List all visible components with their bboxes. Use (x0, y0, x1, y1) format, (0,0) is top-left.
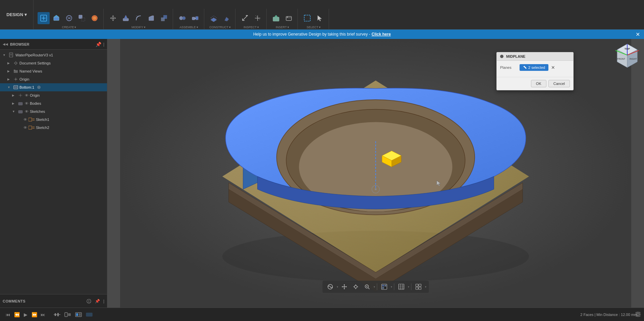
tree-item-sketches[interactable]: ▼ 👁 Sketches (0, 107, 107, 116)
chamfer-btn[interactable] (145, 12, 157, 24)
planes-clear-button[interactable]: ✕ (551, 65, 555, 70)
planes-selected-button[interactable]: 2 selected (520, 64, 548, 71)
browser-tree: ▼ WaterPipeRouterV3 v1 ▶ Document Settin… (0, 50, 107, 294)
browser-close-icon[interactable]: | (103, 42, 104, 47)
svg-marker-14 (110, 17, 112, 19)
offset-plane-btn[interactable] (208, 12, 220, 24)
zoom-arrow[interactable]: ▾ (374, 285, 375, 288)
play-btn[interactable]: ▶ (21, 311, 30, 319)
timeline-icon2[interactable] (63, 311, 72, 318)
insert-icons (270, 12, 295, 24)
move-btn[interactable] (107, 12, 119, 24)
next-frame-btn[interactable]: ⏩ (30, 311, 38, 319)
design-button[interactable]: DESIGN ▾ (0, 0, 34, 29)
display-arrow[interactable]: ▾ (391, 285, 392, 288)
comments-pin-icon[interactable]: 📌 (95, 299, 100, 304)
zoom-btn[interactable] (362, 282, 372, 291)
grid-arrow[interactable]: ▾ (408, 285, 409, 288)
construct-label[interactable]: CONSTRUCT ▾ (209, 26, 231, 29)
measure-btn[interactable] (239, 12, 251, 24)
ui-arrow[interactable]: ▾ (425, 285, 426, 288)
assemble-icons (176, 12, 201, 24)
tree-item-origin2[interactable]: ▶ 👁 Origin (0, 91, 107, 99)
eye-icon-bodies[interactable]: 👁 (25, 101, 29, 105)
tree-item-doc-settings[interactable]: ▶ Document Settings (0, 59, 107, 67)
tree-chevron-origin2: ▶ (12, 94, 17, 97)
timeline-icon3[interactable] (74, 311, 83, 318)
svg-rect-111 (382, 285, 384, 286)
tree-item-named-views[interactable]: ▶ Named Views (0, 67, 107, 75)
svg-marker-31 (225, 17, 229, 21)
new-component-btn[interactable] (38, 12, 50, 24)
midplane-cancel-button[interactable]: Cancel (548, 80, 570, 87)
first-frame-btn[interactable]: ⏮ (4, 311, 12, 319)
planes-field-label: Planes (500, 65, 517, 70)
timeline-icon1[interactable] (52, 311, 62, 318)
svg-marker-15 (114, 17, 116, 19)
orientation-cube[interactable]: TOP RIGHT FRONT (614, 42, 641, 69)
tree-item-sketch1[interactable]: 👁 Sketch1 (0, 116, 107, 124)
joint-btn[interactable] (176, 12, 189, 24)
modify-group: MODIFY ▾ (104, 9, 173, 30)
pan-btn[interactable] (339, 282, 350, 291)
eye-icon-sketches[interactable]: 👁 (25, 109, 29, 113)
press-pull-btn[interactable] (120, 12, 132, 24)
look-at-btn[interactable] (351, 282, 361, 291)
tree-chevron-bottom1: ▼ (7, 86, 12, 89)
svg-rect-17 (123, 18, 128, 21)
orbit-arrow[interactable]: ▾ (337, 285, 338, 288)
display-mode-btn[interactable] (379, 282, 389, 291)
insert-derive-btn[interactable] (270, 12, 282, 24)
browser-collapse-chevron[interactable]: ◀◀ (3, 42, 8, 46)
eye-icon-sketch2[interactable]: 👁 (23, 126, 27, 130)
survey-link[interactable]: Click here (372, 32, 391, 37)
tree-item-bottom1[interactable]: ▼ Bottom:1 (0, 83, 107, 91)
modify-label[interactable]: MODIFY ▾ (131, 26, 146, 29)
tree-item-sketch2[interactable]: 👁 Sketch2 (0, 124, 107, 132)
tree-chevron-origin: ▶ (7, 78, 12, 81)
timeline-icon4[interactable] (85, 311, 94, 318)
svg-marker-97 (344, 284, 345, 285)
midplane-ok-button[interactable]: OK (531, 80, 546, 87)
ui-options-btn[interactable] (414, 282, 424, 291)
select-btn[interactable] (301, 12, 313, 24)
loft-btn[interactable] (89, 12, 101, 24)
as-built-joint-btn[interactable] (189, 12, 201, 24)
grid-btn[interactable] (396, 282, 407, 291)
prev-frame-btn[interactable]: ⏪ (13, 311, 21, 319)
settings-icon[interactable] (634, 310, 642, 318)
assemble-label[interactable]: ASSEMBLE ▾ (179, 26, 198, 29)
svg-rect-122 (416, 287, 418, 289)
construct-icons (208, 12, 232, 24)
main-toolbar: DESIGN ▾ CREATE ▾ (0, 0, 644, 30)
eye-icon-sketch1[interactable]: 👁 (23, 118, 27, 122)
decal-btn[interactable] (283, 12, 295, 24)
tree-label-bottom1: Bottom:1 (19, 85, 34, 89)
select-label[interactable]: SELECT ▾ (307, 26, 321, 29)
create-label[interactable]: CREATE ▾ (62, 26, 76, 29)
vp-sep3 (411, 283, 412, 290)
comments-expand-icon[interactable] (86, 299, 92, 304)
tree-item-root[interactable]: ▼ WaterPipeRouterV3 v1 (0, 51, 107, 59)
cursor-btn[interactable] (314, 12, 326, 24)
combine-btn[interactable] (158, 12, 170, 24)
tree-item-origin[interactable]: ▶ Origin (0, 75, 107, 83)
survey-close-button[interactable]: ✕ (636, 31, 640, 38)
tree-item-bodies[interactable]: ▶ 👁 Bodies (0, 99, 107, 107)
fillet-btn[interactable] (132, 12, 145, 24)
inspect-label[interactable]: INSPECT ▾ (244, 26, 259, 29)
insert-label[interactable]: INSERT ▾ (276, 26, 289, 29)
last-frame-btn[interactable]: ⏭ (39, 311, 47, 319)
sweep-btn[interactable] (76, 12, 88, 24)
browser-pin-icon[interactable]: 📌 (96, 42, 101, 47)
comments-close-icon[interactable]: | (103, 299, 104, 304)
plane-at-angle-btn[interactable] (220, 12, 232, 24)
midplane-dialog-footer: OK Cancel (497, 77, 573, 90)
sketches-icon (18, 109, 23, 114)
interference-btn[interactable] (252, 12, 264, 24)
orbit-btn[interactable] (325, 282, 335, 291)
eye-icon-origin2[interactable]: 👁 (25, 93, 29, 97)
revolve-btn[interactable] (63, 12, 75, 24)
extrude-btn[interactable] (50, 12, 62, 24)
svg-point-49 (15, 62, 17, 64)
